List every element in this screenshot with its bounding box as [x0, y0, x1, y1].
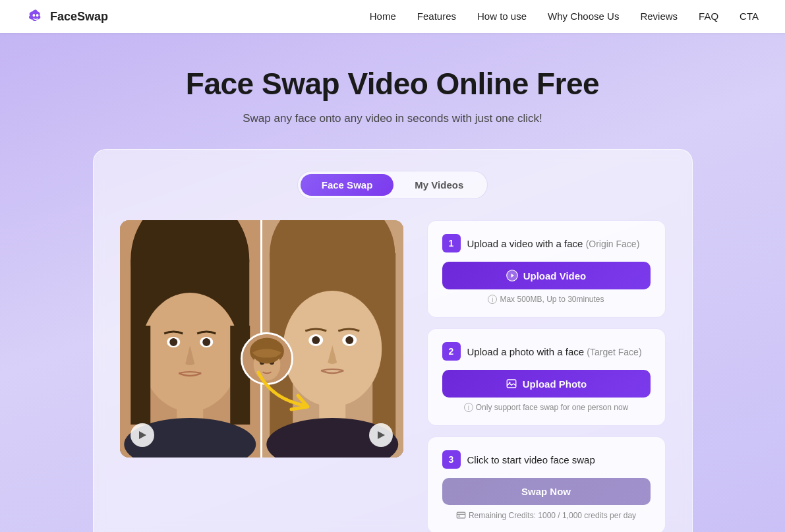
face-swap-image-panel — [120, 220, 403, 458]
content-row: 1 Upload a video with a face (Origin Fac… — [120, 220, 666, 532]
step-card-1: 1 Upload a video with a face (Origin Fac… — [427, 220, 666, 318]
logo[interactable]: FaceSwap — [26, 7, 108, 26]
step-card-3: 3 Click to start video face swap Swap No… — [427, 436, 666, 532]
step-note-3: Remaining Credits: 1000 / 1,000 credits … — [442, 510, 651, 520]
svg-point-0 — [33, 14, 36, 16]
svg-rect-12 — [131, 326, 150, 425]
nav-cta[interactable]: CTA — [740, 11, 759, 22]
nav-why-choose-us[interactable]: Why Choose Us — [548, 11, 619, 22]
tab-group: Face Swap My Videos — [297, 171, 488, 199]
tab-my-videos[interactable]: My Videos — [393, 174, 484, 196]
step-title-3: Click to start video face swap — [467, 454, 595, 465]
image-icon — [506, 378, 517, 390]
nav-reviews[interactable]: Reviews — [640, 11, 678, 22]
logo-text: FaceSwap — [50, 10, 108, 24]
play-icon-left — [139, 431, 146, 439]
credits-icon — [456, 510, 466, 520]
step-header-3: 3 Click to start video face swap — [442, 450, 651, 469]
step-title-1: Upload a video with a face (Origin Face) — [467, 238, 640, 249]
hero-subtitle: Swap any face onto any video in seconds … — [26, 112, 759, 125]
step-num-3: 3 — [442, 450, 461, 469]
play-button-right[interactable] — [369, 423, 393, 447]
nav-faq[interactable]: FAQ — [699, 11, 718, 22]
step-note-1: i Max 500MB, Up to 30minutes — [442, 295, 651, 304]
step-header-1: 1 Upload a video with a face (Origin Fac… — [442, 234, 651, 252]
left-face-svg — [120, 220, 261, 458]
nav-features[interactable]: Features — [417, 11, 456, 22]
step-title-2: Upload a photo with a face (Target Face) — [467, 346, 642, 357]
svg-rect-38 — [458, 516, 460, 516]
play-button-left[interactable] — [131, 423, 154, 447]
swap-now-button[interactable]: Swap Now — [442, 478, 651, 505]
logo-icon — [26, 7, 45, 26]
svg-point-9 — [202, 338, 210, 346]
svg-point-23 — [345, 336, 353, 344]
svg-point-7 — [169, 338, 177, 346]
tab-face-swap[interactable]: Face Swap — [301, 174, 394, 196]
nav-home[interactable]: Home — [370, 11, 396, 22]
tabs-container: Face Swap My Videos — [120, 171, 666, 199]
navbar: FaceSwap Home Features How to use Why Ch… — [0, 0, 785, 33]
original-face — [120, 220, 261, 458]
info-icon-1: i — [488, 295, 497, 304]
svg-point-21 — [312, 336, 320, 344]
hero-title: Face Swap Video Online Free — [26, 66, 759, 102]
hero-section: Face Swap Video Online Free Swap any fac… — [0, 33, 785, 532]
step-card-2: 2 Upload a photo with a face (Target Fac… — [427, 328, 666, 426]
info-icon-2: i — [464, 403, 473, 412]
play-circle-icon — [506, 270, 518, 281]
svg-point-1 — [36, 14, 39, 16]
svg-rect-34 — [507, 380, 516, 388]
step-note-2: i Only support face swap for one person … — [442, 403, 651, 412]
nav-links: Home Features How to use Why Choose Us R… — [370, 11, 759, 22]
upload-video-button[interactable]: Upload Video — [442, 262, 651, 289]
step-num-1: 1 — [442, 234, 461, 252]
upload-photo-button[interactable]: Upload Photo — [442, 370, 651, 398]
step-subtitle-2: (Target Face) — [587, 347, 641, 357]
yellow-arrow — [252, 359, 337, 421]
steps-panel: 1 Upload a video with a face (Origin Fac… — [427, 220, 666, 532]
play-icon-right — [378, 431, 385, 439]
svg-rect-36 — [457, 512, 465, 518]
step-subtitle-1: (Origin Face) — [586, 239, 640, 249]
arrow-svg — [252, 359, 337, 419]
step-num-2: 2 — [442, 342, 461, 361]
nav-how-to-use[interactable]: How to use — [477, 11, 527, 22]
step-header-2: 2 Upload a photo with a face (Target Fac… — [442, 342, 651, 361]
main-card: Face Swap My Videos — [93, 149, 693, 532]
